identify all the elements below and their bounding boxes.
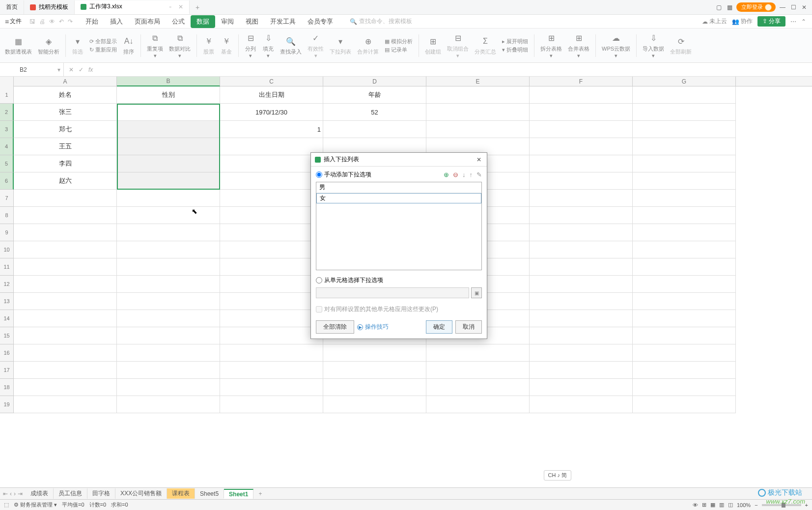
row-header-10[interactable]: 10 (0, 241, 14, 258)
ribbon-merge[interactable]: ⊕合并计算 (355, 34, 381, 57)
ribbon-stock[interactable]: ￥股票 (201, 34, 217, 57)
ribbon-sort[interactable]: A↓排序 (121, 34, 137, 57)
view-normal-icon[interactable]: ▦ (710, 502, 715, 508)
cell-C2[interactable]: 1970/12/30 (220, 104, 323, 121)
row-header-2[interactable]: 2 (0, 104, 14, 121)
ribbon-import[interactable]: ⇩导入数据▾ (641, 31, 666, 60)
qat-undo-icon[interactable]: ↶ (59, 18, 64, 25)
tab-home[interactable]: 首页 (0, 0, 24, 14)
list-item-input[interactable] (320, 195, 478, 202)
row-header-4[interactable]: 4 (0, 138, 14, 155)
cell-A5[interactable]: 李四 (14, 155, 117, 172)
cell-A6[interactable]: 赵六 (14, 172, 117, 190)
row-header-17[interactable]: 17 (0, 362, 14, 379)
sheet-tab[interactable]: Sheet5 (195, 489, 224, 498)
col-header-D[interactable]: D (323, 77, 426, 86)
row-header-18[interactable]: 18 (0, 379, 14, 396)
menu-data[interactable]: 数据 (191, 15, 215, 28)
ribbon-valid[interactable]: ✓有效性▾ (306, 31, 326, 60)
cloud-status[interactable]: ☁未上云 (702, 17, 727, 26)
menu-review[interactable]: 审阅 (215, 15, 240, 28)
cell-D1[interactable]: 年龄 (323, 86, 426, 104)
view-grid-icon[interactable]: ⊞ (702, 502, 706, 508)
cell-D2[interactable]: 52 (323, 104, 426, 121)
sheet-tab[interactable]: 成绩表 (26, 488, 54, 499)
ribbon-fill[interactable]: ⇩填充▾ (260, 31, 276, 60)
cell-A4[interactable]: 王五 (14, 138, 117, 155)
financial-menu[interactable]: ⚙财务报表管理▾ (14, 501, 57, 509)
cell-E1[interactable] (426, 86, 530, 104)
clear-all-button[interactable]: 全部清除 (316, 320, 354, 334)
ribbon-collapse-icon[interactable]: ⌃ (801, 18, 806, 25)
command-search[interactable]: 🔍 查找命令、搜索模板 (350, 17, 412, 26)
cell-F1[interactable] (530, 86, 633, 104)
fx-cancel-icon[interactable]: ✕ (69, 66, 74, 73)
cell-B1[interactable]: 性别 (117, 86, 220, 104)
row-header-6[interactable]: 6 (0, 172, 14, 190)
ribbon-clouddata[interactable]: ☁WPS云数据▾ (600, 31, 632, 60)
menu-view[interactable]: 视图 (240, 15, 264, 28)
ribbon-diff[interactable]: ⧉数据对比▾ (167, 31, 193, 60)
row-header-1[interactable]: 1 (0, 86, 14, 104)
name-box[interactable]: B2▾ (0, 63, 64, 76)
view-custom-icon[interactable]: ◫ (728, 502, 733, 508)
fx-icon[interactable]: fx (88, 66, 93, 73)
tips-link[interactable]: ▶ 操作技巧 (357, 320, 389, 334)
tab-close-icon[interactable]: ✕ (178, 3, 183, 10)
cancel-button[interactable]: 取消 (455, 320, 482, 334)
dialog-close-icon[interactable]: ✕ (475, 156, 483, 164)
tab-templates[interactable]: 找稻壳模板 (24, 0, 75, 14)
view-page-icon[interactable]: ▥ (719, 502, 724, 508)
list-item[interactable]: 男 (316, 182, 481, 193)
row-header-13[interactable]: 13 (0, 293, 14, 310)
view-eye-icon[interactable]: 👁 (693, 502, 698, 508)
apply-checkbox[interactable] (316, 306, 322, 312)
qat-preview-icon[interactable]: 👁 (49, 18, 55, 25)
menu-start[interactable]: 开始 (80, 15, 104, 28)
col-header-E[interactable]: E (426, 77, 530, 86)
row-header-11[interactable]: 11 (0, 258, 14, 276)
tab-more-icon[interactable]: ▫ (169, 3, 171, 10)
menu-dev[interactable]: 开发工具 (264, 15, 302, 28)
row-header-9[interactable]: 9 (0, 224, 14, 241)
sheet-nav-prev-icon[interactable]: ‹ (10, 490, 12, 497)
row-header-15[interactable]: 15 (0, 327, 14, 344)
tab-add[interactable]: + (190, 0, 205, 14)
row-header-12[interactable]: 12 (0, 276, 14, 293)
ribbon-filter[interactable]: ▾筛选 (70, 34, 85, 57)
ribbon-mergetable[interactable]: ⊞合并表格▾ (566, 31, 591, 60)
row-header-8[interactable]: 8 (0, 207, 14, 224)
col-header-F[interactable]: F (530, 77, 633, 86)
col-header-G[interactable]: G (633, 77, 736, 86)
sheet-add[interactable]: + (253, 489, 267, 498)
radio-from-range[interactable] (316, 277, 322, 283)
fx-accept-icon[interactable]: ✓ (79, 66, 84, 73)
menu-more-icon[interactable]: ⋯ (790, 18, 796, 25)
ribbon-dropdown[interactable]: ▾下拉列表 (328, 34, 353, 57)
range-input[interactable] (316, 287, 469, 298)
tab-file-active[interactable]: 工作簿3.xlsx ▫ ✕ (75, 0, 190, 14)
share-button[interactable]: ⇪分享 (757, 16, 785, 27)
row-header-16[interactable]: 16 (0, 344, 14, 362)
cell-B2[interactable] (117, 104, 220, 121)
menu-insert[interactable]: 插入 (104, 15, 129, 28)
row-header-14[interactable]: 14 (0, 310, 14, 327)
cell-G1[interactable] (633, 86, 736, 104)
options-listbox[interactable]: 男 (316, 182, 482, 270)
zoom-in-icon[interactable]: + (805, 502, 808, 508)
window-maximize-icon[interactable]: ☐ (789, 3, 797, 11)
menu-formula[interactable]: 公式 (166, 15, 191, 28)
ribbon-pivot[interactable]: ▦数据透视表 (3, 34, 34, 57)
list-down-icon[interactable]: ↓ (462, 171, 466, 178)
list-up-icon[interactable]: ↑ (470, 171, 473, 178)
list-add-icon[interactable]: ⊕ (444, 171, 449, 178)
cell-A1[interactable]: 姓名 (14, 86, 117, 104)
coop-button[interactable]: 👥协作 (732, 17, 753, 26)
list-edit-icon[interactable]: ✎ (476, 171, 482, 178)
row-header-3[interactable]: 3 (0, 121, 14, 138)
sheet-nav-next-icon[interactable]: › (14, 490, 16, 497)
ribbon-group[interactable]: ⊞创建组 (423, 34, 443, 57)
ribbon-lookup[interactable]: 🔍查找录入 (278, 34, 304, 57)
ribbon-refresh[interactable]: ⟳全部刷新 (668, 34, 694, 57)
qat-redo-icon[interactable]: ↷ (68, 18, 73, 25)
